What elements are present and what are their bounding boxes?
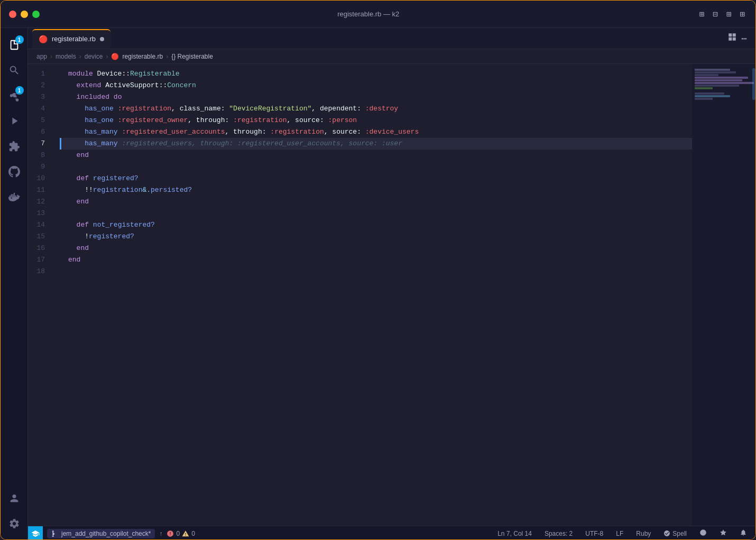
status-errors[interactable]: 0 0 xyxy=(167,530,195,537)
sidebar-item-search[interactable] xyxy=(3,59,26,82)
layout-editor-icon[interactable]: ⊞ xyxy=(724,7,734,22)
warning-count: 0 xyxy=(191,530,195,537)
code-line-3: included do xyxy=(60,91,692,103)
tab-filename: registerable.rb xyxy=(52,35,96,43)
activity-bar: 1 1 xyxy=(1,28,28,540)
breadcrumb: app › models › device › 🔴 registerable.r… xyxy=(28,49,755,64)
line-numbers: 1 2 3 4 5 6 7 8 9 10 11 12 13 14 15 16 1… xyxy=(28,64,60,526)
code-line-14: def not_registered? xyxy=(60,219,692,231)
line-num-13: 13 xyxy=(28,208,53,219)
sidebar-item-settings[interactable] xyxy=(3,512,26,535)
breadcrumb-app[interactable]: app xyxy=(36,53,47,60)
code-line-6: has_many :registered_user_accounts , thr… xyxy=(60,126,692,138)
code-line-1: module Device:: Registerable xyxy=(60,68,692,80)
title-bar-actions: ⊞ ⊟ ⊞ ⊞ xyxy=(697,7,747,22)
encoding[interactable]: UTF-8 xyxy=(583,529,605,538)
status-right: Ln 7, Col 14 Spaces: 2 UTF-8 LF Ruby Spe… xyxy=(495,528,749,539)
line-num-5: 5 xyxy=(28,115,53,126)
svg-point-0 xyxy=(700,529,706,536)
line-num-6: 6 xyxy=(28,126,53,138)
line-num-12: 12 xyxy=(28,196,53,208)
code-content[interactable]: module Device:: Registerable extend Acti… xyxy=(60,64,692,526)
line-num-7: 7 xyxy=(28,138,53,150)
split-editor-button[interactable] xyxy=(727,32,737,44)
sidebar-item-account[interactable] xyxy=(3,487,26,510)
traffic-lights xyxy=(9,11,40,18)
code-line-5: has_one :registered_owner , through: :re… xyxy=(60,115,692,126)
sidebar-item-files[interactable]: 1 xyxy=(3,33,26,57)
git-branch-name: jem_add_github_copilot_check* xyxy=(61,530,151,537)
code-line-13 xyxy=(60,208,692,219)
code-line-7: has_many :registered_users, through: :re… xyxy=(60,138,692,150)
code-line-2: extend ActiveSupport:: Concern xyxy=(60,80,692,91)
code-line-9 xyxy=(60,161,692,173)
line-num-4: 4 xyxy=(28,103,53,115)
code-line-15: ! registered? xyxy=(60,231,692,243)
git-branch[interactable]: jem_add_github_copilot_check* xyxy=(47,529,155,538)
breadcrumb-filename[interactable]: registerable.rb xyxy=(122,53,163,60)
line-num-18: 18 xyxy=(28,266,53,277)
breadcrumb-models[interactable]: models xyxy=(56,53,76,60)
error-count: 0 xyxy=(176,530,180,537)
sidebar-item-run[interactable] xyxy=(3,109,26,133)
tab-modified-indicator xyxy=(100,37,104,41)
code-line-4: has_one :registration , class_name: "Dev… xyxy=(60,103,692,115)
status-left: jem_add_github_copilot_check* ↑ 0 0 xyxy=(34,526,195,541)
remote-icon[interactable] xyxy=(717,528,729,539)
title-bar: registerable.rb — k2 ⊞ ⊟ ⊞ ⊞ xyxy=(1,1,755,28)
code-line-18 xyxy=(60,266,692,277)
line-num-17: 17 xyxy=(28,254,53,266)
sidebar-item-extensions[interactable] xyxy=(3,135,26,158)
sidebar-item-github[interactable] xyxy=(3,160,26,183)
line-num-1: 1 xyxy=(28,68,53,80)
language[interactable]: Ruby xyxy=(634,529,653,538)
layout-icon[interactable]: ⊟ xyxy=(711,7,720,22)
spaces[interactable]: Spaces: 2 xyxy=(542,529,575,538)
line-num-16: 16 xyxy=(28,243,53,254)
code-line-10: def registered? xyxy=(60,173,692,184)
main-layout: 1 1 xyxy=(1,28,755,540)
line-num-8: 8 xyxy=(28,150,53,161)
code-line-17: end xyxy=(60,254,692,266)
sidebar-item-docker[interactable] xyxy=(3,185,26,209)
spell-check[interactable]: Spell xyxy=(661,529,689,538)
breadcrumb-symbol[interactable]: {} Registerable xyxy=(171,53,213,60)
maximize-button[interactable] xyxy=(32,11,40,18)
code-line-8: end xyxy=(60,150,692,161)
code-line-12: end xyxy=(60,196,692,208)
line-num-11: 11 xyxy=(28,184,53,196)
tab-bar: 🔴 registerable.rb ⋯ xyxy=(28,28,755,49)
minimize-button[interactable] xyxy=(21,11,28,18)
source-control-badge: 1 xyxy=(15,86,24,95)
more-actions-button[interactable]: ⋯ xyxy=(741,33,747,44)
code-editor[interactable]: 1 2 3 4 5 6 7 8 9 10 11 12 13 14 15 16 1… xyxy=(28,64,755,526)
active-tab[interactable]: 🔴 registerable.rb xyxy=(32,29,110,48)
line-num-2: 2 xyxy=(28,80,53,91)
files-badge: 1 xyxy=(15,35,24,44)
line-num-14: 14 xyxy=(28,219,53,231)
close-button[interactable] xyxy=(9,11,16,18)
cursor-position[interactable]: Ln 7, Col 14 xyxy=(495,529,534,538)
breadcrumb-file-icon: 🔴 xyxy=(111,53,119,60)
line-num-9: 9 xyxy=(28,161,53,173)
line-ending[interactable]: LF xyxy=(614,529,625,538)
code-line-16: end xyxy=(60,243,692,254)
minimap xyxy=(692,64,755,526)
copilot-icon[interactable] xyxy=(697,528,709,539)
line-num-3: 3 xyxy=(28,91,53,103)
status-bar: jem_add_github_copilot_check* ↑ 0 0 Ln 7… xyxy=(28,526,755,540)
split-editor-icon[interactable]: ⊞ xyxy=(697,7,706,22)
line-num-10: 10 xyxy=(28,173,53,184)
breadcrumb-device[interactable]: device xyxy=(85,53,103,60)
tab-file-icon: 🔴 xyxy=(39,35,48,43)
line-num-15: 15 xyxy=(28,231,53,243)
tab-actions: ⋯ xyxy=(727,32,751,44)
code-line-11: !! registration &. persisted? xyxy=(60,184,692,196)
editor-area: 🔴 registerable.rb ⋯ app › models › devic… xyxy=(28,28,755,540)
notifications-icon[interactable] xyxy=(737,528,749,539)
window-title: registerable.rb — k2 xyxy=(337,10,399,18)
sidebar-item-source-control[interactable]: 1 xyxy=(3,84,26,107)
customize-layout-icon[interactable]: ⊞ xyxy=(737,7,747,22)
sync-icon[interactable]: ↑ xyxy=(159,530,162,537)
